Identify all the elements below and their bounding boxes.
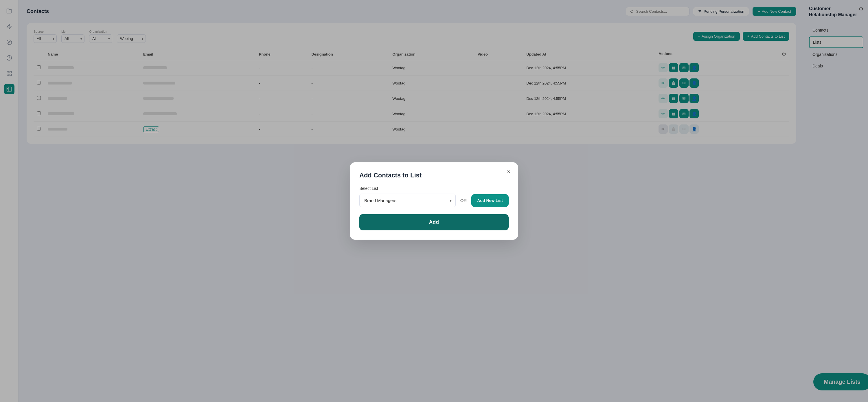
or-text: OR [460,198,467,203]
add-new-list-button[interactable]: Add New List [471,194,509,207]
select-list-label: Select List [359,186,509,191]
modal-title: Add Contacts to List [359,172,509,179]
modal-close-button[interactable]: × [504,167,513,176]
modal-overlay[interactable]: × Add Contacts to List Select List Brand… [0,0,868,402]
add-new-list-label: Add New List [477,198,503,203]
add-button[interactable]: Add [359,214,509,230]
add-contacts-modal: × Add Contacts to List Select List Brand… [350,162,518,240]
list-select-wrapper: Brand Managers [359,194,456,207]
modal-select-row: Brand Managers OR Add New List [359,194,509,207]
list-dropdown[interactable]: Brand Managers [359,194,456,207]
add-modal-label: Add [429,219,439,225]
